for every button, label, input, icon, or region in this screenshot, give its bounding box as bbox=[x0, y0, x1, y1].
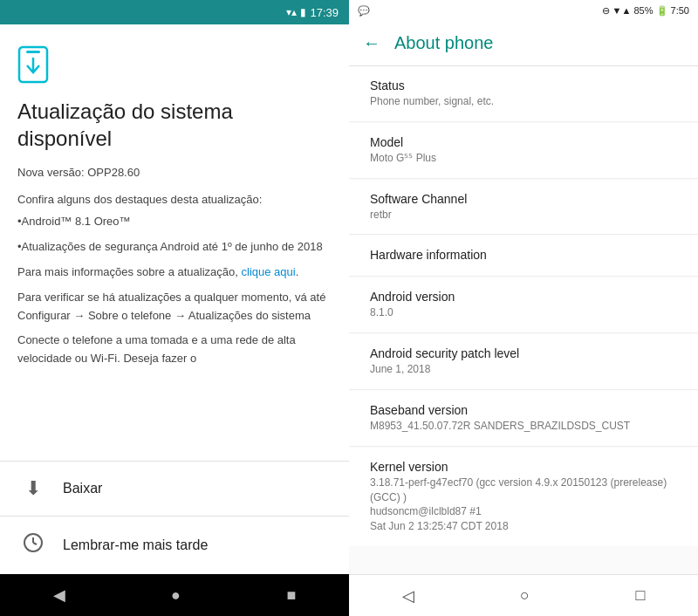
page-title: About phone bbox=[394, 33, 493, 53]
right-status-icons: ⊖ ▼▲ 85% 🔋 7:50 bbox=[602, 5, 689, 17]
recents-nav-icon[interactable]: □ bbox=[621, 579, 659, 612]
detail-3: Para verificar se há atualizações a qual… bbox=[17, 289, 332, 325]
status-item[interactable]: Status Phone number, signal, etc. bbox=[349, 66, 698, 122]
highlight-title: Confira alguns dos destaques desta atual… bbox=[17, 193, 332, 206]
download-icon: ⬇ bbox=[21, 477, 45, 500]
status-value: Phone number, signal, etc. bbox=[370, 94, 677, 109]
baseband-item[interactable]: Baseband version M8953_41.50.07.72R SAND… bbox=[349, 391, 698, 447]
model-label: Model bbox=[370, 135, 677, 149]
remind-later-button[interactable]: Lembrar-me mais tarde bbox=[0, 517, 349, 574]
download-button[interactable]: ⬇ Baixar bbox=[0, 462, 349, 517]
version-text: Nova versão: OPP28.60 bbox=[17, 166, 332, 179]
download-label: Baixar bbox=[63, 481, 102, 496]
android-version-item[interactable]: Android version 8.1.0 bbox=[349, 277, 698, 333]
security-patch-value: June 1, 2018 bbox=[370, 362, 677, 377]
hardware-info-label: Hardware information bbox=[370, 248, 677, 262]
right-status-left: 💬 bbox=[358, 5, 370, 17]
baseband-label: Baseband version bbox=[370, 403, 677, 417]
kernel-value: 3.18.71-perf-g47ecf70 (gcc version 4.9.x… bbox=[370, 476, 677, 534]
right-content: Status Phone number, signal, etc. Model … bbox=[349, 66, 698, 574]
hardware-info-item[interactable]: Hardware information bbox=[349, 236, 698, 277]
left-status-icons: ▾▴ ▮ bbox=[286, 6, 306, 18]
clock-icon bbox=[21, 532, 45, 558]
back-nav-icon[interactable]: ◁ bbox=[388, 579, 428, 613]
left-panel: ▾▴ ▮ 17:39 Atualização do sistema dispon… bbox=[0, 0, 349, 616]
detail-4: Conecte o telefone a uma tomada e a uma … bbox=[17, 332, 332, 368]
remind-later-label: Lembrar-me mais tarde bbox=[63, 537, 208, 553]
detail-2: Para mais informações sobre a atualizaçã… bbox=[17, 264, 332, 282]
recents-nav-icon[interactable]: ■ bbox=[286, 586, 296, 605]
left-time: 17:39 bbox=[310, 6, 339, 19]
detail-1: •Atualizações de segurança Android até 1… bbox=[17, 238, 332, 257]
home-nav-icon[interactable]: ● bbox=[171, 586, 181, 605]
software-channel-item[interactable]: Software Channel retbr bbox=[349, 180, 698, 236]
more-info-link[interactable]: clique aqui bbox=[242, 265, 296, 278]
model-value: Moto G⁵⁵ Plus bbox=[370, 151, 677, 166]
left-bottom: ⬇ Baixar Lembrar-me mais tarde bbox=[0, 461, 349, 574]
back-nav-icon[interactable]: ◀ bbox=[53, 585, 65, 605]
right-toolbar: ← About phone bbox=[349, 21, 698, 66]
home-nav-icon[interactable]: ○ bbox=[506, 579, 544, 612]
security-patch-item[interactable]: Android security patch level June 1, 201… bbox=[349, 334, 698, 390]
kernel-item[interactable]: Kernel version 3.18.71-perf-g47ecf70 (gc… bbox=[349, 448, 698, 546]
left-status-bar: ▾▴ ▮ 17:39 bbox=[0, 0, 349, 24]
message-icon: 💬 bbox=[358, 5, 370, 17]
update-title: Atualização do sistema disponível bbox=[17, 98, 332, 152]
right-status-right: ⊖ ▼▲ 85% 🔋 7:50 bbox=[602, 5, 689, 17]
baseband-value: M8953_41.50.07.72R SANDERS_BRAZILDSDS_CU… bbox=[370, 419, 677, 434]
right-panel: 💬 ⊖ ▼▲ 85% 🔋 7:50 ← About phone Status P… bbox=[349, 0, 698, 616]
back-button[interactable]: ← bbox=[363, 33, 380, 53]
left-content: Atualização do sistema disponível Nova v… bbox=[0, 24, 349, 461]
left-nav-bar: ◀ ● ■ bbox=[0, 574, 349, 616]
update-icon bbox=[17, 45, 49, 84]
update-details: •Android™ 8.1 Oreo™ •Atualizações de seg… bbox=[17, 213, 332, 447]
right-status-bar: 💬 ⊖ ▼▲ 85% 🔋 7:50 bbox=[349, 0, 698, 21]
svg-rect-1 bbox=[26, 51, 40, 53]
software-channel-label: Software Channel bbox=[370, 192, 677, 206]
status-label: Status bbox=[370, 79, 677, 92]
battery-icon: ▮ bbox=[300, 6, 306, 18]
security-patch-label: Android security patch level bbox=[370, 346, 677, 360]
svg-line-5 bbox=[33, 543, 37, 544]
android-version-value: 8.1.0 bbox=[370, 305, 677, 320]
detail-0: •Android™ 8.1 Oreo™ bbox=[17, 213, 332, 231]
model-item[interactable]: Model Moto G⁵⁵ Plus bbox=[349, 123, 698, 179]
software-channel-value: retbr bbox=[370, 208, 677, 222]
signal-icon: ▾▴ bbox=[286, 6, 297, 18]
right-nav-bar: ◁ ○ □ bbox=[349, 574, 698, 616]
kernel-label: Kernel version bbox=[370, 460, 677, 474]
android-version-label: Android version bbox=[370, 290, 677, 304]
